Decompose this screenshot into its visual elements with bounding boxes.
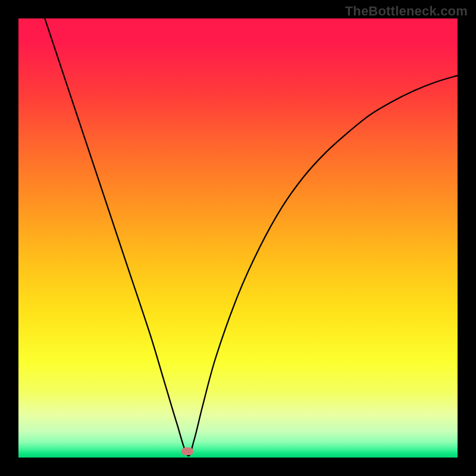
watermark-text: TheBottleneck.com <box>345 4 468 19</box>
optimal-point-marker <box>181 447 193 455</box>
chart-frame: TheBottleneck.com <box>0 0 476 476</box>
bottleneck-curve-svg <box>18 18 458 458</box>
bottleneck-curve-path <box>45 18 458 456</box>
plot-area <box>18 18 458 458</box>
